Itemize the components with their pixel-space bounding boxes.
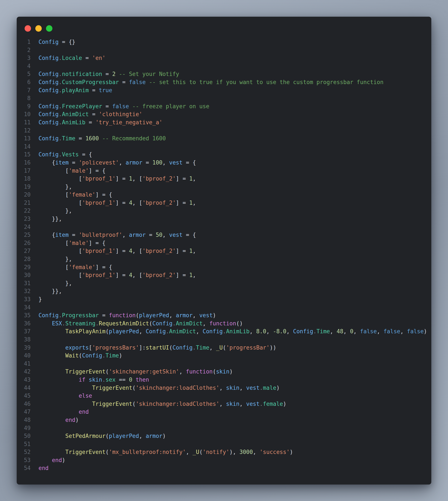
line-number: 43 xyxy=(17,376,31,384)
code-token-str: 'notify' xyxy=(203,449,229,455)
line-number: 32 xyxy=(17,287,31,296)
page-background: { "window": { "kind": "code-snippet-wind… xyxy=(0,0,448,501)
code-token-id: armor xyxy=(126,159,142,166)
code-line: 30 ['bproof_1'] = 4, ['bproof_2'] = 1, xyxy=(17,271,431,279)
code-token-pl: ) xyxy=(162,433,166,439)
code-token-pl xyxy=(38,376,79,383)
maximize-button-icon[interactable] xyxy=(46,25,52,32)
code-token-dot: . xyxy=(259,385,263,391)
code-token-pl: ) xyxy=(62,457,65,463)
code-token-pl: ( xyxy=(105,449,109,455)
code-content: ['bproof_1'] = 4, ['bproof_2'] = 1, xyxy=(38,199,196,207)
code-content: end xyxy=(38,408,89,416)
code-content: ESX.Streaming.RequestAnimDict(Config.Ani… xyxy=(38,320,243,328)
code-line: 28 }, xyxy=(17,255,431,263)
code-token-kw: function xyxy=(186,368,213,375)
code-content: ['bproof_1'] = 1, ['bproof_2'] = 1, xyxy=(38,175,196,183)
code-token-pl: ) xyxy=(229,368,233,375)
code-line: 20 ['female'] = { xyxy=(17,191,431,199)
code-token-pl: , xyxy=(219,401,226,407)
code-token-pl: ( xyxy=(169,344,173,351)
code-token-id: Config xyxy=(38,312,59,318)
code-token-pl: , xyxy=(240,385,246,391)
code-line: 14 xyxy=(17,143,431,151)
line-number: 25 xyxy=(17,231,31,239)
line-number: 35 xyxy=(17,312,31,320)
code-token-num: -8.0 xyxy=(273,328,287,335)
code-content: TriggerEvent('mx_bulletproof:notify', _U… xyxy=(38,448,293,456)
code-token-fn: SetPedArmour xyxy=(65,433,105,439)
code-line: 54end xyxy=(17,464,431,472)
code-token-cm: -- Set your Notify xyxy=(115,71,179,77)
code-line: 26 ['male'] = { xyxy=(17,239,431,247)
code-token-bool: true xyxy=(99,87,112,94)
code-token-pl: = xyxy=(89,87,99,94)
code-line: 50 SetPedArmour(playerPed, armor) xyxy=(17,432,431,440)
code-token-str: 'success' xyxy=(259,449,290,455)
code-token-num: 1600 xyxy=(85,135,99,142)
code-content: ['bproof_1'] = 4, ['bproof_2'] = 1, xyxy=(38,247,196,255)
code-line: 12 xyxy=(17,127,431,135)
code-token-dot: . xyxy=(59,103,62,110)
code-token-pl: [ xyxy=(38,168,69,174)
code-line: 4 xyxy=(17,62,431,70)
line-number: 8 xyxy=(17,94,31,102)
code-line: 44 TriggerEvent('skinchanger:loadClothes… xyxy=(17,384,431,392)
code-token-str: 'bproof_2' xyxy=(142,248,176,254)
line-number: 30 xyxy=(17,271,31,279)
code-line: 48 end) xyxy=(17,416,431,424)
minimize-button-icon[interactable] xyxy=(35,25,42,32)
code-token-pl: ( xyxy=(213,368,216,375)
code-token-pl: = { xyxy=(182,232,196,238)
line-number: 19 xyxy=(17,183,31,191)
code-token-prop: Time xyxy=(62,135,76,142)
line-number: 17 xyxy=(17,167,31,175)
code-token-bool: false xyxy=(407,328,424,335)
code-token-str: 'skinchanger:getSkin' xyxy=(109,368,179,375)
code-line: 2 xyxy=(17,46,431,54)
code-content: Config.Time = 1600 -- Recommended 1600 xyxy=(38,135,166,143)
code-line: 35Config.Progressbar = function(playerPe… xyxy=(17,312,431,320)
code-token-id: skin xyxy=(226,385,240,391)
code-content: }}, xyxy=(38,215,62,223)
code-token-pl: , xyxy=(192,248,196,254)
code-token-prop: Locale xyxy=(62,55,82,61)
code-line: 13Config.Time = 1600 -- Recommended 1600 xyxy=(17,135,431,143)
code-token-str: 'bulletproof' xyxy=(79,232,122,238)
code-token-prop: Streaming xyxy=(65,320,96,327)
code-token-num: 50 xyxy=(156,232,162,238)
code-token-pl xyxy=(132,376,136,383)
line-number: 6 xyxy=(17,78,31,86)
code-token-id: armor xyxy=(176,312,192,318)
code-content: Config.Locale = 'en' xyxy=(38,54,105,62)
code-line: 45 else xyxy=(17,392,431,400)
code-token-id: skin xyxy=(226,401,240,407)
code-token-str: 'bproof_1' xyxy=(82,200,116,206)
code-token-dot: . xyxy=(62,320,65,327)
code-token-dot: . xyxy=(313,328,317,335)
code-content: Config.CustomProgressbar = false -- set … xyxy=(38,78,384,86)
code-token-pl: { xyxy=(38,232,55,238)
code-content: }, xyxy=(38,207,72,215)
code-token-num: 48 xyxy=(336,328,343,335)
code-token-dot: . xyxy=(223,328,226,335)
code-token-id: ESX xyxy=(52,320,62,327)
code-token-pl: { xyxy=(38,159,55,166)
code-token-pl: ) xyxy=(290,449,293,455)
code-token-id: Config xyxy=(38,103,59,110)
code-token-pl: , xyxy=(253,449,259,455)
code-token-pl: , xyxy=(240,401,246,407)
code-content: }, xyxy=(38,279,72,287)
code-token-dot: . xyxy=(59,119,62,125)
code-line: 33} xyxy=(17,296,431,304)
code-content: {item = 'bulletproof', armor = 50, vest … xyxy=(38,231,196,239)
code-content: end xyxy=(38,464,48,472)
code-token-pl: ] = xyxy=(115,200,129,206)
code-content: TaskPlayAnim(playerPed, Config.AnimDict,… xyxy=(38,328,427,336)
code-token-pl: , [ xyxy=(132,248,142,254)
code-token-bool: false xyxy=(384,328,400,335)
close-button-icon[interactable] xyxy=(25,25,31,32)
code-token-pl: = {} xyxy=(59,39,75,45)
code-token-pl: [ xyxy=(89,344,92,351)
line-number: 40 xyxy=(17,352,31,360)
